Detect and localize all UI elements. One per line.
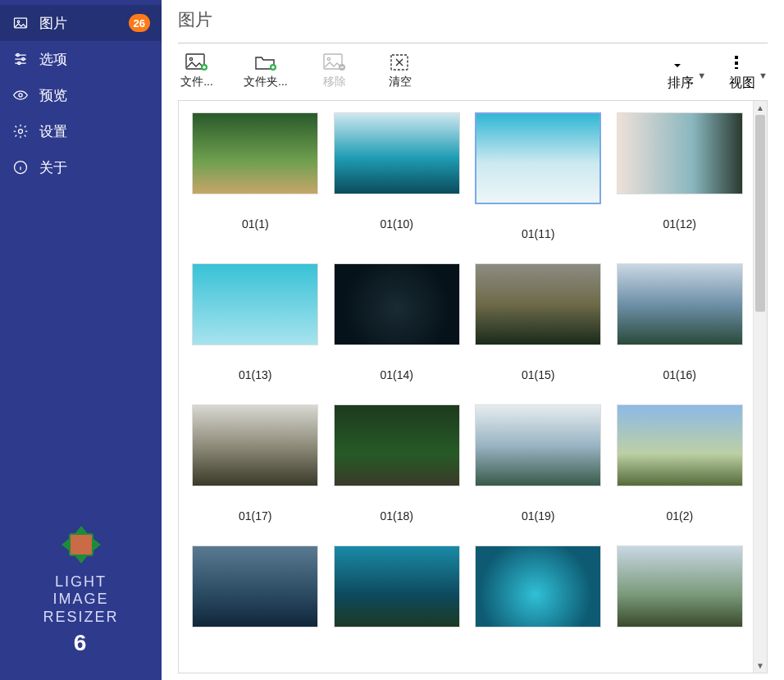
sidebar-item-label: 预览 xyxy=(39,86,150,105)
sort-dropdown[interactable]: 排序 ▼ xyxy=(668,53,706,92)
thumbnail-label: 01(12) xyxy=(663,217,696,230)
thumbnail-image[interactable] xyxy=(334,112,460,194)
svg-rect-18 xyxy=(735,62,738,65)
thumbnail-image[interactable] xyxy=(475,404,601,486)
thumbnail-image[interactable] xyxy=(192,263,318,345)
sidebar-item-label: 设置 xyxy=(39,122,150,141)
thumbnail-item[interactable]: 01(19) xyxy=(473,404,604,523)
thumbnail-label: 01(2) xyxy=(666,509,693,523)
thumbnail-item[interactable] xyxy=(473,545,604,628)
thumbnail-grid: 01(1)01(10)01(11)01(12)01(13)01(14)01(15… xyxy=(190,112,745,628)
toolbar-label: 文件... xyxy=(180,75,213,89)
app-logo-text: LIGHT IMAGE RESIZER 6 xyxy=(0,573,162,657)
eye-icon xyxy=(11,86,30,104)
thumbnail-image[interactable] xyxy=(334,263,460,345)
thumbnail-item[interactable]: 01(16) xyxy=(615,263,745,381)
images-count-badge: 26 xyxy=(129,14,150,32)
svg-rect-8 xyxy=(70,534,93,555)
add-folder-icon xyxy=(254,53,277,71)
app-logo-icon xyxy=(55,524,107,565)
sidebar-item-options[interactable]: 选项 xyxy=(0,41,162,77)
clear-button[interactable]: 清空 xyxy=(381,53,419,89)
app-name-line1: LIGHT xyxy=(55,573,107,590)
thumbnail-label: 01(19) xyxy=(522,509,554,523)
thumbnail-grid-scroll[interactable]: 01(1)01(10)01(11)01(12)01(13)01(14)01(15… xyxy=(179,101,753,673)
svg-rect-19 xyxy=(735,67,738,69)
toolbar-right: 排序 ▼ 视图 ▼ xyxy=(668,53,768,92)
thumbnail-image[interactable] xyxy=(475,112,601,204)
svg-rect-17 xyxy=(735,56,738,59)
sidebar-item-settings[interactable]: 设置 xyxy=(0,113,162,149)
app-name-line3: RESIZER xyxy=(43,609,118,625)
thumbnail-image[interactable] xyxy=(617,263,743,345)
thumbnail-label: 01(1) xyxy=(242,217,269,230)
chevron-down-icon: ▼ xyxy=(759,71,768,80)
toolbar-left: 文件... 文件夹... 移除 xyxy=(178,53,419,89)
sidebar-item-preview[interactable]: 预览 xyxy=(0,77,162,113)
scroll-down-arrow[interactable]: ▼ xyxy=(754,659,767,673)
thumbnail-label: 01(10) xyxy=(381,217,413,230)
sidebar-item-label: 关于 xyxy=(39,158,150,177)
toolbar-label: 排序 xyxy=(668,75,694,92)
thumbnail-label: 01(17) xyxy=(239,509,271,523)
thumbnail-item[interactable]: 01(1) xyxy=(190,112,321,240)
thumbnail-image[interactable] xyxy=(192,545,318,628)
thumbnail-item[interactable]: 01(18) xyxy=(332,404,463,523)
app-name-line2: IMAGE xyxy=(52,591,108,607)
toolbar-label: 清空 xyxy=(389,75,412,89)
thumbnail-image[interactable] xyxy=(475,545,601,628)
thumbnail-label: 01(16) xyxy=(663,368,696,381)
svg-point-10 xyxy=(189,57,192,60)
view-icon xyxy=(732,53,752,75)
thumbnail-image[interactable] xyxy=(617,404,743,486)
thumbnail-image[interactable] xyxy=(334,545,460,628)
thumbnail-label: 01(11) xyxy=(522,227,554,240)
add-file-button[interactable]: 文件... xyxy=(178,53,216,89)
thumbnail-item[interactable]: 01(2) xyxy=(615,404,745,523)
toolbar-label: 文件夹... xyxy=(244,75,288,89)
thumbnail-item[interactable]: 01(17) xyxy=(190,404,321,523)
add-file-icon xyxy=(185,53,208,71)
toolbar: 文件... 文件夹... 移除 xyxy=(162,43,784,95)
thumbnail-image[interactable] xyxy=(192,404,318,486)
toolbar-label: 移除 xyxy=(323,75,346,89)
thumbnail-item[interactable]: 01(14) xyxy=(332,263,463,381)
sidebar-item-label: 选项 xyxy=(39,50,150,69)
svg-point-14 xyxy=(327,57,330,60)
thumbnail-item[interactable]: 01(11) xyxy=(473,112,604,240)
sidebar-item-images[interactable]: 图片 26 xyxy=(0,5,162,41)
scroll-up-arrow[interactable]: ▲ xyxy=(754,101,767,115)
sidebar-spacer xyxy=(0,185,162,524)
thumbnail-item[interactable]: 01(13) xyxy=(190,263,321,381)
thumbnail-item[interactable] xyxy=(332,545,463,628)
thumbnail-item[interactable] xyxy=(615,545,745,628)
view-dropdown[interactable]: 视图 ▼ xyxy=(729,53,768,92)
svg-point-6 xyxy=(19,130,23,134)
thumbnail-image[interactable] xyxy=(475,263,601,345)
sort-icon xyxy=(671,53,691,75)
app-logo: LIGHT IMAGE RESIZER 6 xyxy=(0,524,162,680)
add-folder-button[interactable]: 文件夹... xyxy=(244,53,288,89)
thumbnail-image[interactable] xyxy=(334,404,460,486)
thumbnail-item[interactable] xyxy=(190,545,321,628)
app-version: 6 xyxy=(0,629,162,657)
thumbnail-image[interactable] xyxy=(617,112,743,194)
scroll-thumb[interactable] xyxy=(755,115,765,312)
svg-point-5 xyxy=(19,94,22,97)
thumbnail-label: 01(15) xyxy=(522,368,554,381)
thumbnail-image[interactable] xyxy=(617,545,743,628)
thumbnail-label: 01(18) xyxy=(381,509,413,523)
main: 图片 文件... 文件夹... xyxy=(162,0,784,680)
remove-icon xyxy=(323,53,346,71)
clear-icon xyxy=(389,53,412,71)
thumbnail-item[interactable]: 01(15) xyxy=(473,263,604,381)
remove-button[interactable]: 移除 xyxy=(316,53,353,89)
gear-icon xyxy=(11,122,30,140)
thumbnail-item[interactable]: 01(12) xyxy=(615,112,745,240)
scrollbar[interactable]: ▲ ▼ xyxy=(753,101,767,673)
sidebar-item-about[interactable]: 关于 xyxy=(0,149,162,185)
info-icon xyxy=(11,158,30,176)
thumbnail-image[interactable] xyxy=(192,112,318,194)
thumbnail-label: 01(14) xyxy=(381,368,413,381)
thumbnail-item[interactable]: 01(10) xyxy=(332,112,463,240)
